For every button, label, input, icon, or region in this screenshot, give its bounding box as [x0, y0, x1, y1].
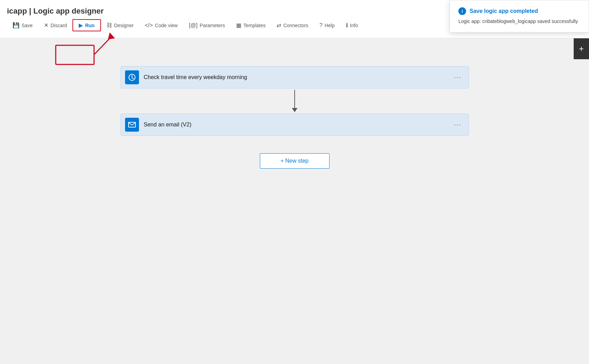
designer-canvas: + Check travel time every weekday mornin…: [0, 38, 589, 364]
notification-title: i Save logic app completed: [458, 7, 580, 15]
connectors-icon: ⇄: [277, 22, 281, 29]
connector-arrowhead: [292, 108, 297, 112]
svg-line-5: [132, 78, 133, 79]
step2-label: Send an email (V2): [144, 122, 451, 128]
save-button[interactable]: 💾 Save: [7, 20, 38, 31]
help-button[interactable]: ? Help: [314, 20, 340, 31]
info-toolbar-icon: ℹ: [346, 22, 348, 29]
step2-menu[interactable]: ···: [451, 120, 464, 130]
run-button[interactable]: ▶ Run: [72, 19, 101, 31]
run-icon: ▶: [79, 22, 83, 29]
clock-icon: [128, 73, 136, 82]
step-connector-1: [292, 88, 297, 114]
flow-container: Check travel time every weekday morning …: [0, 38, 589, 169]
connector-line: [294, 90, 295, 108]
notification-info-icon: i: [458, 7, 466, 15]
help-icon: ?: [319, 22, 323, 29]
parameters-icon: [@]: [189, 22, 197, 29]
new-step-button[interactable]: + New step: [260, 153, 330, 169]
notification-popup: i Save logic app completed Logic app: cn…: [450, 0, 589, 32]
sidebar-add-button[interactable]: +: [574, 38, 589, 59]
discard-icon: ✕: [44, 22, 48, 29]
step2-icon: [125, 118, 139, 132]
step-card-2[interactable]: Send an email (V2) ···: [121, 114, 469, 136]
step-card-1[interactable]: Check travel time every weekday morning …: [121, 66, 469, 88]
sidebar-add-icon: +: [579, 44, 584, 54]
templates-icon: ▦: [236, 22, 241, 29]
designer-button[interactable]: ⛓ Designer: [101, 20, 139, 31]
step1-label: Check travel time every weekday morning: [144, 74, 451, 80]
connectors-button[interactable]: ⇄ Connectors: [271, 20, 314, 31]
parameters-button[interactable]: [@] Parameters: [183, 20, 231, 31]
discard-button[interactable]: ✕ Discard: [38, 20, 72, 31]
email-icon: [128, 121, 136, 129]
code-icon: </>: [145, 22, 153, 29]
code-view-button[interactable]: </> Code view: [139, 20, 184, 31]
step1-menu[interactable]: ···: [451, 72, 464, 83]
notification-body: Logic app: cnbateblogweb_logicapp saved …: [458, 18, 580, 25]
templates-button[interactable]: ▦ Templates: [231, 20, 271, 31]
step1-icon: [125, 70, 139, 84]
designer-icon: ⛓: [107, 22, 112, 29]
save-icon: 💾: [13, 22, 20, 29]
info-button[interactable]: ℹ Info: [340, 20, 364, 31]
